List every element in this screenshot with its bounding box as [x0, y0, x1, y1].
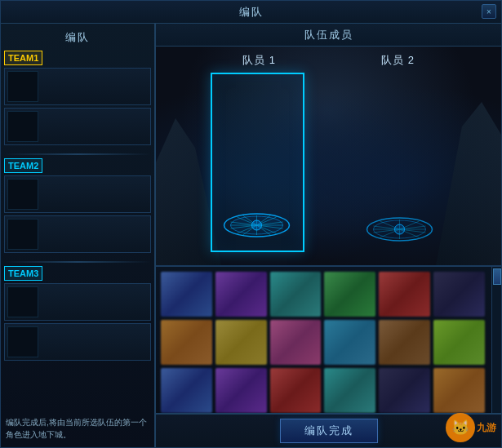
team2-slot1[interactable]	[4, 175, 151, 213]
player-slot-2[interactable]	[353, 87, 447, 251]
team2-slot1-inner	[7, 179, 38, 210]
team2-section: TEAM2	[4, 157, 151, 255]
inventory-item-5[interactable]	[433, 272, 485, 317]
team3-slot1[interactable]	[4, 283, 151, 321]
team3-slot2-inner	[7, 326, 38, 357]
right-header-text: 队伍成员	[304, 28, 353, 42]
content-area: 编队 TEAM1 TEAM2	[1, 24, 501, 447]
team2-slot2[interactable]	[4, 215, 151, 253]
inventory-item-14[interactable]	[270, 368, 322, 413]
jiuyou-logo-icon: 🐱	[446, 413, 475, 442]
team2-label: TEAM2	[4, 158, 42, 173]
member2-header: 队员 2	[353, 53, 443, 68]
inventory-item-4[interactable]	[379, 272, 430, 317]
inventory-item-13[interactable]	[215, 368, 267, 413]
magic-circle-1	[223, 212, 292, 238]
team3-label: TEAM3	[4, 266, 42, 281]
team3-section: TEAM3	[4, 265, 151, 363]
team1-label: TEAM1	[4, 51, 42, 65]
left-panel: 编队 TEAM1 TEAM2	[1, 24, 156, 447]
inventory-item-1[interactable]	[215, 272, 267, 317]
right-panel: 队伍成员 队员 1 队员 2	[156, 24, 501, 447]
team1-section: TEAM1	[4, 50, 151, 148]
complete-button[interactable]: 编队完成	[280, 419, 378, 443]
team2-slot2-inner	[7, 219, 38, 250]
inventory-item-0[interactable]	[161, 272, 212, 317]
window-title: 编队	[239, 5, 264, 20]
magic-circle-2	[366, 216, 435, 242]
member-headers: 队员 1 队员 2	[215, 53, 443, 68]
inventory-item-15[interactable]	[324, 368, 375, 413]
team1-slot2[interactable]	[4, 108, 151, 145]
inventory-item-9[interactable]	[324, 320, 375, 365]
inventory-item-3[interactable]	[324, 272, 375, 317]
left-panel-header: 编队	[4, 27, 151, 50]
inventory-item-7[interactable]	[215, 320, 267, 365]
inventory-item-12[interactable]	[161, 368, 212, 413]
scroll-thumb[interactable]	[493, 268, 501, 285]
close-button[interactable]: ×	[482, 4, 496, 19]
team1-slot1-inner	[7, 71, 38, 102]
scrollbar[interactable]	[491, 267, 501, 413]
team1-slot1[interactable]	[4, 68, 151, 105]
right-header: 队伍成员	[156, 24, 501, 47]
divider-2	[4, 261, 151, 263]
title-bar: 编队 ×	[1, 1, 501, 24]
watermark: 🐱 九游	[446, 413, 496, 442]
svg-point-10	[252, 220, 262, 230]
player-slot-1[interactable]	[211, 73, 304, 252]
member1-header: 队员 1	[215, 53, 304, 68]
divider-1	[4, 153, 151, 155]
team3-slot1-inner	[7, 286, 38, 317]
inventory-item-10[interactable]	[379, 320, 430, 365]
inventory-item-17[interactable]	[433, 368, 485, 413]
inventory-item-16[interactable]	[379, 368, 430, 413]
inventory-item-11[interactable]	[433, 320, 485, 365]
inventory-grid	[156, 267, 501, 413]
left-info-text: 编队完成后,将由当前所选队伍的第一个角色进入地下城。	[6, 416, 149, 441]
team1-slot2-inner	[7, 111, 38, 142]
svg-point-19	[395, 224, 405, 234]
battle-area: 队员 1 队员 2	[156, 47, 501, 267]
jiuyou-text: 九游	[477, 421, 496, 435]
inventory-item-2[interactable]	[270, 272, 322, 317]
team3-slot2[interactable]	[4, 323, 151, 361]
inventory-item-6[interactable]	[161, 320, 212, 365]
inventory-area	[156, 267, 501, 413]
inventory-item-8[interactable]	[270, 320, 322, 365]
main-window: 编队 × 编队 TEAM1 TEAM2	[0, 0, 502, 448]
